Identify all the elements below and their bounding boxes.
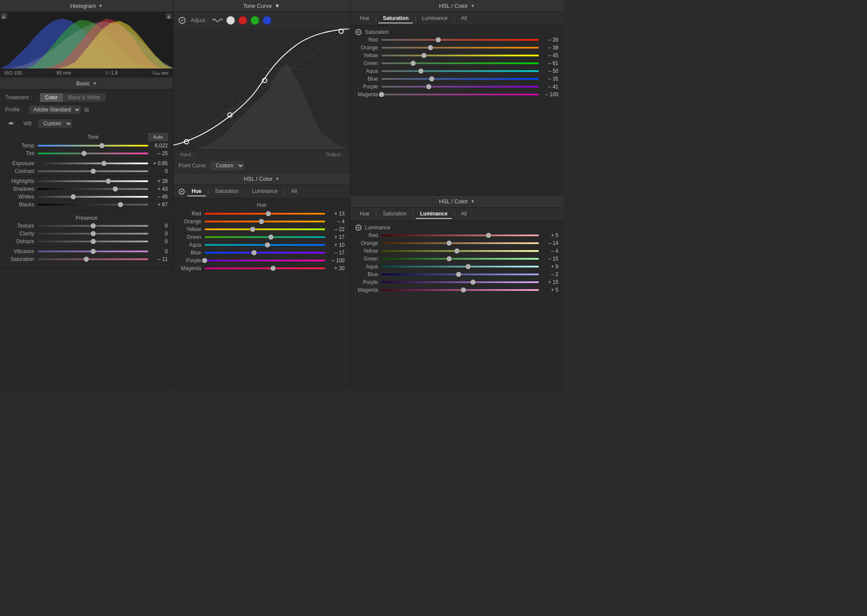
- treatment-color-btn[interactable]: Color: [40, 93, 63, 102]
- hsl-lum-tab-luminance[interactable]: Luminance: [416, 209, 452, 219]
- hsl-mid-dropdown[interactable]: ▼: [275, 176, 280, 181]
- saturation-thumb[interactable]: [84, 257, 89, 262]
- temp-thumb[interactable]: [99, 143, 104, 148]
- lum-aqua-thumb[interactable]: [466, 264, 471, 269]
- lum-green-thumb[interactable]: [447, 256, 452, 261]
- lum-blue-track[interactable]: [381, 274, 539, 275]
- hue-magenta-track[interactable]: [205, 267, 325, 269]
- sat-red-thumb[interactable]: [436, 37, 441, 42]
- sat-green-thumb[interactable]: [411, 61, 416, 66]
- hue-orange-track[interactable]: [205, 221, 325, 222]
- hsl-lum-dropdown[interactable]: ▼: [470, 199, 475, 204]
- shadows-track[interactable]: [38, 188, 148, 190]
- sat-purple-thumb[interactable]: [426, 84, 431, 89]
- sat-orange-track[interactable]: [381, 47, 539, 49]
- hsl-lum-tab-all[interactable]: All: [456, 209, 471, 219]
- sat-yellow-thumb[interactable]: [421, 53, 427, 58]
- clarity-track[interactable]: [38, 233, 148, 235]
- lum-red-track[interactable]: [381, 235, 539, 236]
- saturation-track[interactable]: [38, 258, 148, 260]
- hsl-lum-tab-saturation[interactable]: Saturation: [378, 209, 411, 219]
- sat-aqua-thumb[interactable]: [418, 68, 424, 74]
- shadows-thumb[interactable]: [113, 186, 118, 192]
- temp-track[interactable]: [38, 145, 148, 147]
- hue-blue-thumb[interactable]: [251, 250, 257, 255]
- hue-aqua-thumb[interactable]: [265, 242, 270, 248]
- lum-blue-thumb[interactable]: [456, 272, 461, 277]
- dehaze-thumb[interactable]: [91, 239, 96, 244]
- lum-magenta-track[interactable]: [381, 289, 539, 291]
- auto-btn[interactable]: Auto: [148, 133, 168, 141]
- sat-orange-thumb[interactable]: [428, 45, 433, 50]
- wb-eyedropper[interactable]: ✒: [5, 117, 17, 130]
- highlights-track[interactable]: [38, 180, 148, 182]
- tint-thumb[interactable]: [81, 151, 87, 156]
- basic-dropdown-arrow[interactable]: ▼: [92, 81, 97, 86]
- white-channel-icon[interactable]: [226, 16, 235, 25]
- clarity-thumb[interactable]: [91, 231, 96, 236]
- lum-orange-thumb[interactable]: [447, 241, 452, 246]
- sat-purple-track[interactable]: [381, 86, 539, 88]
- hsl-mid-tab-hue[interactable]: Hue: [187, 187, 206, 196]
- sat-magenta-thumb[interactable]: [379, 92, 384, 97]
- hsl-sat-tab-saturation[interactable]: Saturation: [378, 14, 413, 23]
- whites-thumb[interactable]: [71, 194, 76, 199]
- hsl-sat-tab-all[interactable]: All: [456, 14, 471, 23]
- hsl-sat-tab-hue[interactable]: Hue: [355, 14, 374, 23]
- exposure-track[interactable]: [38, 163, 148, 164]
- hue-blue-track[interactable]: [205, 252, 325, 254]
- tone-curve-dropdown[interactable]: ▼: [274, 3, 280, 9]
- exposure-thumb[interactable]: [101, 161, 107, 166]
- highlights-thumb[interactable]: [106, 179, 111, 184]
- blacks-thumb[interactable]: [118, 202, 123, 207]
- wb-select[interactable]: Custom: [38, 119, 72, 128]
- hue-red-thumb[interactable]: [266, 211, 271, 216]
- dehaze-track[interactable]: [38, 241, 148, 242]
- tone-curve-target-icon[interactable]: [179, 17, 186, 24]
- sat-blue-thumb[interactable]: [429, 76, 434, 81]
- texture-thumb[interactable]: [91, 223, 96, 228]
- lum-yellow-thumb[interactable]: [454, 248, 460, 254]
- sat-red-track[interactable]: [381, 39, 539, 41]
- lum-purple-thumb[interactable]: [470, 280, 476, 285]
- sat-aqua-track[interactable]: [381, 70, 539, 72]
- hue-red-track[interactable]: [205, 213, 325, 215]
- lum-red-thumb[interactable]: [486, 233, 491, 238]
- rgb-channel-icon[interactable]: [212, 16, 223, 25]
- tone-curve-canvas[interactable]: [173, 29, 350, 150]
- hsl-mid-target-icon[interactable]: [179, 189, 185, 195]
- texture-track[interactable]: [38, 225, 148, 227]
- hsl-mid-tab-luminance[interactable]: Luminance: [248, 187, 282, 196]
- hue-purple-thumb[interactable]: [202, 258, 207, 263]
- hsl-sat-tab-luminance[interactable]: Luminance: [418, 14, 452, 23]
- lum-orange-track[interactable]: [381, 242, 539, 244]
- lum-purple-track[interactable]: [381, 281, 539, 283]
- histogram-dropdown-arrow[interactable]: ▼: [98, 3, 103, 8]
- contrast-thumb[interactable]: [91, 169, 96, 174]
- blacks-track[interactable]: [38, 204, 148, 205]
- vibrance-track[interactable]: [38, 251, 148, 252]
- sat-blue-track[interactable]: [381, 78, 539, 80]
- tint-track[interactable]: [38, 153, 148, 154]
- lum-yellow-track[interactable]: [381, 250, 539, 252]
- point-curve-select[interactable]: Custom: [210, 161, 244, 170]
- sat-green-track[interactable]: [381, 62, 539, 64]
- profile-select[interactable]: Adobe Standard: [29, 105, 81, 114]
- hue-yellow-thumb[interactable]: [250, 227, 255, 232]
- treatment-bw-btn[interactable]: Black & White: [63, 93, 106, 102]
- hue-green-track[interactable]: [205, 236, 325, 238]
- hsl-mid-tab-saturation[interactable]: Saturation: [211, 187, 243, 196]
- lum-aqua-track[interactable]: [381, 266, 539, 267]
- hsl-sat-dropdown[interactable]: ▼: [470, 3, 475, 8]
- hue-orange-thumb[interactable]: [259, 219, 264, 224]
- hsl-lum-target-icon[interactable]: [355, 225, 362, 231]
- sat-yellow-track[interactable]: [381, 55, 539, 56]
- vibrance-thumb[interactable]: [91, 249, 96, 254]
- hue-magenta-thumb[interactable]: [271, 266, 276, 271]
- lum-green-track[interactable]: [381, 258, 539, 260]
- hsl-lum-tab-hue[interactable]: Hue: [355, 209, 374, 219]
- green-channel-icon[interactable]: [251, 16, 259, 25]
- hsl-sat-target-icon[interactable]: [355, 29, 362, 35]
- hue-aqua-track[interactable]: [205, 244, 325, 246]
- hue-yellow-track[interactable]: [205, 228, 325, 230]
